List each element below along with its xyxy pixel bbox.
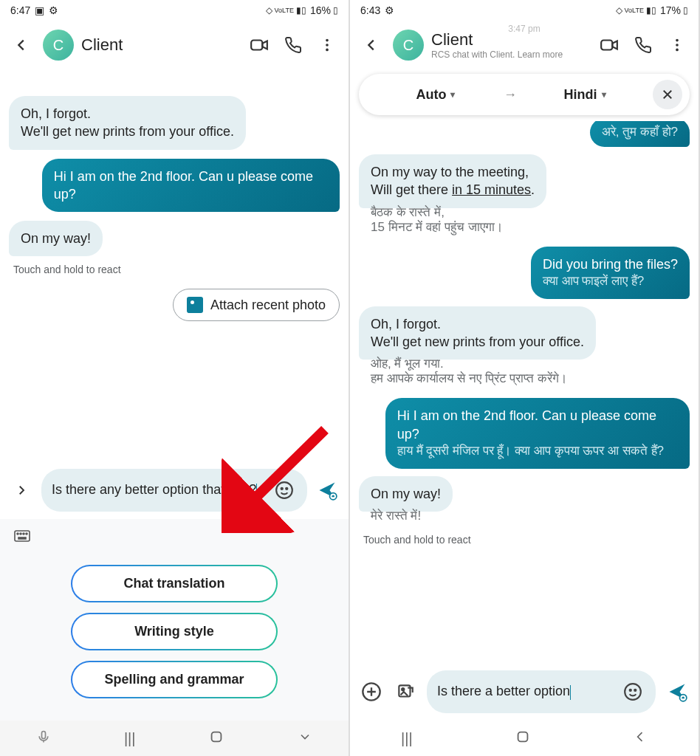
nav-bar: ||| [350,721,699,756]
compose-input[interactable]: Is there any better option that this? [41,469,307,512]
message-in[interactable]: Oh, I forgot. We'll get new prints from … [359,306,596,360]
message-text: Did you bring the files? [543,255,678,273]
svg-point-9 [17,533,18,535]
emoji-icon[interactable] [620,679,645,704]
message-text: On my way to the meeting, [371,163,535,181]
message-text: Oh, I forgot. [371,315,584,333]
message-list[interactable]: अरे, तुम कहाँ हो? On my way to the meeti… [350,121,699,664]
message-in[interactable]: On my way! [9,221,103,256]
image-icon: ▣ [35,4,44,16]
chat-translation-button[interactable]: Chat translation [71,565,278,602]
target-language-select[interactable]: Hindi ▾ [523,87,647,103]
chat-title[interactable]: Client [81,35,238,55]
message-text: We'll get new prints from your office. [371,333,584,351]
avatar[interactable]: C [43,30,74,61]
translation-text: मेरे रास्ते में! [371,509,690,523]
source-language-select[interactable]: Auto ▾ [374,87,498,103]
message-out[interactable]: Hi I am on the 2nd floor. Can u please c… [385,398,690,469]
message-text: Hi I am on the 2nd floor. Can u please c… [54,169,313,202]
gear-icon: ⚙ [385,4,394,16]
home-icon[interactable] [515,729,531,749]
back-nav-icon[interactable] [633,729,648,748]
battery-icon: ▯ [683,5,688,16]
chat-header: C Client [0,21,349,69]
add-icon[interactable] [359,679,384,704]
arrow-right-icon: → [504,87,517,103]
svg-point-24 [630,690,631,691]
back-nav-icon[interactable] [298,729,312,748]
svg-point-10 [20,533,21,535]
svg-point-5 [281,488,283,489]
home-icon[interactable] [208,729,224,749]
wifi-icon: ◇ [266,5,272,16]
close-translate-button[interactable] [653,80,682,109]
back-icon[interactable] [7,31,35,59]
writing-style-button[interactable]: Writing style [71,613,278,650]
phone-call-icon[interactable] [629,31,657,59]
svg-point-11 [23,533,24,535]
video-call-icon[interactable] [245,31,273,59]
send-icon[interactable] [315,478,340,503]
message-out[interactable]: अरे, तुम कहाँ हो? [590,121,690,147]
status-time: 6:43 [360,4,380,16]
svg-rect-14 [42,732,46,739]
svg-point-17 [676,39,679,42]
svg-point-19 [676,49,679,52]
status-bar: 6:43 ⚙ ◇ VoLTE ▮▯ 17% ▯ [350,0,699,21]
svg-point-2 [326,44,329,47]
signal-icon: ▮▯ [296,5,306,16]
send-icon[interactable] [665,679,690,704]
phone-right: 6:43 ⚙ ◇ VoLTE ▮▯ 17% ▯ C Client RCS cha… [350,0,700,756]
timestamp: 3:47 pm [350,24,699,34]
video-call-icon[interactable] [595,31,623,59]
message-list[interactable]: Oh, I forgot. We'll get new prints from … [0,69,349,464]
svg-rect-13 [18,537,26,539]
recents-icon[interactable]: ||| [401,730,413,747]
message-in[interactable]: Oh, I forgot. We'll get new prints from … [9,96,246,150]
svg-point-25 [634,690,636,691]
translation-text: क्या आप फाइलें लाए हैं? [543,273,678,290]
time-link[interactable]: in 15 minutes [452,182,531,197]
battery-icon: ▯ [333,5,338,16]
more-icon[interactable] [663,31,691,59]
gear-icon: ⚙ [49,4,58,16]
emoji-icon[interactable] [272,478,297,503]
back-icon[interactable] [357,31,385,59]
chat-subtitle[interactable]: RCS chat with Client. Learn more [431,49,588,60]
compose-input[interactable]: Is there a better option [427,670,656,713]
mic-icon[interactable] [36,729,51,747]
svg-point-4 [276,482,292,498]
react-hint: Touch and hold to react [363,534,471,546]
svg-point-1 [326,39,329,42]
svg-point-6 [286,488,287,489]
message-text: Will get there in 15 minutes. [371,181,535,199]
translation-text: अरे, तुम कहाँ हो? [602,124,678,141]
expand-icon[interactable] [9,478,34,503]
phone-call-icon[interactable] [279,31,307,59]
compose-row: Is there a better option [350,664,699,721]
keyboard-icon[interactable] [13,529,31,547]
spelling-grammar-button[interactable]: Spelling and grammar [71,661,278,698]
battery-text: 16% [310,4,331,16]
message-text: We'll get new prints from your office. [21,123,234,140]
avatar[interactable]: C [393,30,424,61]
svg-point-23 [625,684,641,700]
message-text: On my way! [21,231,91,246]
attach-label: Attach recent photo [210,298,326,313]
message-text: Oh, I forgot. [21,105,234,123]
svg-point-18 [676,44,679,47]
more-icon[interactable] [313,31,341,59]
message-in[interactable]: On my way! [359,476,453,512]
attach-recent-photo-button[interactable]: Attach recent photo [173,289,340,321]
target-lang-label: Hindi [564,87,597,103]
svg-rect-8 [15,531,30,541]
message-out[interactable]: Did you bring the files? क्या आप फाइलें … [531,247,690,299]
status-time: 6:47 [10,4,30,16]
message-in[interactable]: On my way to the meeting, Will get there… [359,154,546,208]
ai-suggestion-panel: Chat translation Writing style Spelling … [0,519,349,721]
gallery-icon[interactable] [393,679,418,704]
svg-point-12 [26,533,27,535]
recents-icon[interactable]: ||| [124,730,136,747]
message-out[interactable]: Hi I am on the 2nd floor. Can u please c… [42,159,340,213]
status-bar: 6:47 ▣ ⚙ ◇ VoLTE ▮▯ 16% ▯ [0,0,349,21]
